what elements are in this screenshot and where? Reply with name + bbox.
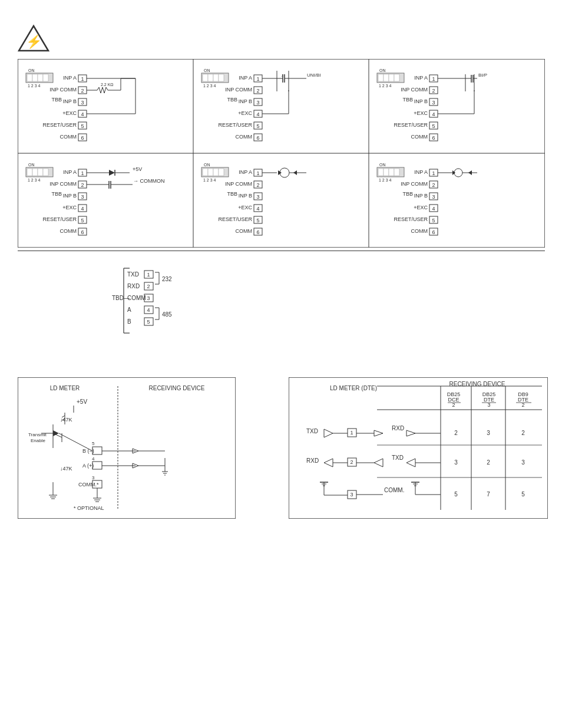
svg-text:INP A: INP A xyxy=(63,75,77,81)
svg-text:3: 3 xyxy=(487,402,490,408)
svg-rect-184 xyxy=(384,169,389,176)
svg-text:3: 3 xyxy=(256,100,259,106)
svg-text:A (+): A (+) xyxy=(82,463,94,469)
svg-text:TBB: TBB xyxy=(51,191,62,197)
svg-text:4: 4 xyxy=(256,111,259,117)
svg-text:INP COMM: INP COMM xyxy=(401,181,428,187)
svg-text:5: 5 xyxy=(432,218,435,223)
svg-text:INP COMM: INP COMM xyxy=(225,181,252,187)
svg-text:A: A xyxy=(127,307,131,313)
svg-text:ON: ON xyxy=(204,68,210,73)
svg-text:3: 3 xyxy=(350,492,353,498)
svg-text:TBB: TBB xyxy=(402,191,413,197)
svg-text:+EXC: +EXC xyxy=(62,110,77,116)
svg-text:2.2 KΩ: 2.2 KΩ xyxy=(101,83,114,87)
svg-text:+EXC: +EXC xyxy=(238,110,252,116)
svg-text:BI/P: BI/P xyxy=(478,73,487,78)
svg-text:2: 2 xyxy=(521,430,525,436)
svg-marker-326 xyxy=(406,459,415,467)
svg-text:1: 1 xyxy=(432,170,435,176)
svg-text:RESET/USER: RESET/USER xyxy=(42,122,77,128)
svg-text:6: 6 xyxy=(81,135,84,141)
svg-text:232: 232 xyxy=(162,276,172,282)
svg-text:→ COMMON: → COMMON xyxy=(133,178,165,184)
svg-text:3: 3 xyxy=(81,100,84,106)
svg-text:INP A: INP A xyxy=(239,169,252,175)
svg-text:5: 5 xyxy=(256,218,259,223)
svg-text:2: 2 xyxy=(256,182,259,188)
svg-marker-193 xyxy=(452,170,455,175)
svg-text:4: 4 xyxy=(256,206,259,212)
tbd-terminal-diagram: TXD 1 232 RXD 2 TBD— COMM 3 A 4 485 B 5 xyxy=(94,262,242,345)
main-wiring-grid: ON 1 2 3 4 INP A 1 INP COMM 2 2.2 KΩ TBB… xyxy=(18,59,545,248)
svg-text:Enable: Enable xyxy=(31,438,45,443)
svg-rect-186 xyxy=(394,169,399,176)
svg-rect-43 xyxy=(208,74,213,81)
svg-text:INP A: INP A xyxy=(414,169,428,175)
svg-text:LD METER: LD METER xyxy=(50,385,80,391)
svg-rect-117 xyxy=(32,169,38,176)
svg-text:⚡: ⚡ xyxy=(26,34,42,50)
svg-text:2: 2 xyxy=(452,402,455,408)
svg-rect-83 xyxy=(394,74,399,81)
svg-text:5: 5 xyxy=(256,123,259,129)
svg-rect-286 xyxy=(289,377,548,519)
svg-text:3: 3 xyxy=(521,459,525,466)
svg-text:3: 3 xyxy=(147,295,150,301)
svg-text:1: 1 xyxy=(147,272,150,278)
svg-text:ON: ON xyxy=(379,163,386,167)
svg-rect-239 xyxy=(18,377,236,519)
svg-text:2: 2 xyxy=(81,182,84,188)
svg-marker-195 xyxy=(468,170,472,175)
svg-text:INP A: INP A xyxy=(414,75,428,81)
svg-text:COMM.*: COMM.* xyxy=(78,482,99,487)
svg-text:1 2 3 4: 1 2 3 4 xyxy=(203,84,216,88)
svg-text:485: 485 xyxy=(162,311,172,318)
svg-text:2: 2 xyxy=(256,88,259,94)
svg-text:COMM: COMM xyxy=(60,134,77,140)
svg-rect-152 xyxy=(203,169,208,176)
svg-text:4: 4 xyxy=(432,111,435,117)
svg-text:5: 5 xyxy=(521,491,525,498)
svg-text:INP B: INP B xyxy=(63,98,77,104)
svg-text:+EXC: +EXC xyxy=(414,110,428,116)
svg-text:INP COMM: INP COMM xyxy=(401,87,428,93)
svg-text:4: 4 xyxy=(432,206,435,212)
svg-text:COMM.: COMM. xyxy=(384,487,404,493)
svg-text:INP B: INP B xyxy=(414,193,428,199)
svg-text:3: 3 xyxy=(432,194,435,200)
svg-text:6: 6 xyxy=(81,229,84,235)
svg-text:1 2 3 4: 1 2 3 4 xyxy=(28,84,41,88)
svg-marker-311 xyxy=(374,430,383,436)
svg-rect-257 xyxy=(92,462,102,469)
svg-rect-153 xyxy=(208,169,213,176)
svg-text:2: 2 xyxy=(81,88,84,94)
svg-text:B: B xyxy=(127,318,131,325)
svg-text:INP COMM: INP COMM xyxy=(49,181,77,187)
svg-text:COMM: COMM xyxy=(411,134,428,140)
svg-text:3: 3 xyxy=(256,194,259,200)
svg-text:TXD: TXD xyxy=(392,454,404,461)
svg-text:1: 1 xyxy=(256,76,259,82)
svg-text:COMM: COMM xyxy=(411,228,428,234)
svg-rect-82 xyxy=(389,74,394,81)
svg-text:1: 1 xyxy=(432,76,435,82)
svg-text:Transmit: Transmit xyxy=(28,432,47,437)
svg-rect-10 xyxy=(38,74,43,81)
svg-text:4: 4 xyxy=(81,111,84,117)
svg-text:2: 2 xyxy=(432,88,435,94)
svg-text:1: 1 xyxy=(81,170,84,176)
svg-text:5: 5 xyxy=(81,123,84,129)
svg-marker-319 xyxy=(324,459,333,467)
svg-text:2: 2 xyxy=(487,459,490,466)
svg-text:ON: ON xyxy=(379,68,386,73)
svg-text:RECEIVING DEVICE: RECEIVING DEVICE xyxy=(148,385,204,391)
svg-text:INP A: INP A xyxy=(63,169,77,175)
svg-text:5: 5 xyxy=(92,441,95,446)
svg-text:6: 6 xyxy=(432,229,435,235)
svg-text:TBB: TBB xyxy=(51,97,62,103)
svg-text:COMM: COMM xyxy=(60,228,77,234)
svg-rect-155 xyxy=(219,169,224,176)
svg-text:RESET/USER: RESET/USER xyxy=(42,216,77,222)
svg-rect-8 xyxy=(27,74,32,81)
